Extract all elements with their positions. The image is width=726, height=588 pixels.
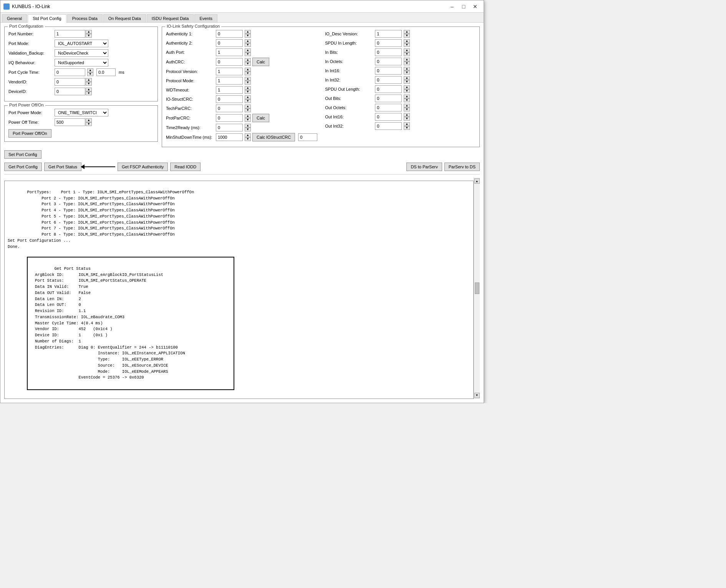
time2ready-down[interactable]: ▼ bbox=[245, 128, 251, 131]
io-desc-version-up[interactable]: ▲ bbox=[404, 30, 410, 34]
auth-crc-down[interactable]: ▼ bbox=[245, 62, 251, 66]
prot-par-crc-down[interactable]: ▼ bbox=[245, 118, 251, 122]
port-cycle-time-input[interactable] bbox=[55, 68, 85, 76]
port-number-down[interactable]: ▼ bbox=[86, 34, 92, 38]
tech-par-crc-up[interactable]: ▲ bbox=[245, 105, 251, 108]
time2ready-input[interactable] bbox=[216, 124, 243, 131]
spdu-in-length-down[interactable]: ▼ bbox=[404, 43, 410, 47]
tab-on-request-data[interactable]: On Request Data bbox=[103, 14, 146, 22]
out-bits-down[interactable]: ▼ bbox=[404, 98, 410, 102]
read-iodd-button[interactable]: Read IODD bbox=[170, 163, 201, 171]
in-int32-input[interactable] bbox=[375, 76, 402, 84]
set-port-config-button[interactable]: Set Port Config bbox=[4, 150, 41, 159]
authenticity2-down[interactable]: ▼ bbox=[245, 43, 251, 47]
tab-general[interactable]: General bbox=[2, 14, 27, 22]
io-struct-crc-up[interactable]: ▲ bbox=[245, 95, 251, 99]
in-int16-up[interactable]: ▲ bbox=[404, 67, 410, 71]
protocol-version-input[interactable] bbox=[216, 68, 243, 75]
auth-crc-up[interactable]: ▲ bbox=[245, 58, 251, 62]
protocol-mode-input[interactable] bbox=[216, 77, 243, 85]
authenticity2-input[interactable] bbox=[216, 39, 243, 47]
port-cycle-time-ms-input[interactable] bbox=[96, 68, 116, 76]
out-octets-down[interactable]: ▼ bbox=[404, 108, 410, 111]
power-off-time-input[interactable] bbox=[55, 118, 85, 126]
scroll-down-arrow[interactable]: ▼ bbox=[474, 393, 480, 398]
out-int16-down[interactable]: ▼ bbox=[404, 117, 410, 121]
auth-port-input[interactable] bbox=[216, 48, 243, 56]
out-octets-input[interactable] bbox=[375, 104, 402, 111]
in-int32-down[interactable]: ▼ bbox=[404, 80, 410, 84]
log-scrollbar[interactable]: ▲ ▼ bbox=[474, 178, 480, 399]
prot-par-crc-calc-button[interactable]: Calc bbox=[252, 114, 269, 122]
power-off-time-down[interactable]: ▼ bbox=[86, 122, 92, 126]
io-desc-version-down[interactable]: ▼ bbox=[404, 34, 410, 38]
minimize-button[interactable]: – bbox=[447, 2, 457, 11]
authenticity1-down[interactable]: ▼ bbox=[245, 34, 251, 38]
in-int16-input[interactable] bbox=[375, 67, 402, 75]
auth-port-down[interactable]: ▼ bbox=[245, 52, 251, 56]
port-power-mode-select[interactable]: ONE_TIME_SWITCI CONTINUOUS bbox=[55, 109, 108, 116]
port-cycle-time-down[interactable]: ▼ bbox=[87, 72, 93, 76]
in-bits-input[interactable] bbox=[375, 48, 402, 56]
wd-timeout-up[interactable]: ▲ bbox=[245, 86, 251, 90]
min-shutdown-input[interactable] bbox=[216, 133, 243, 141]
spdu-out-length-up[interactable]: ▲ bbox=[404, 85, 410, 89]
tab-process-data[interactable]: Process Data bbox=[67, 14, 103, 22]
out-int32-down[interactable]: ▼ bbox=[404, 126, 410, 130]
scroll-thumb[interactable] bbox=[475, 282, 479, 294]
spdu-in-length-up[interactable]: ▲ bbox=[404, 39, 410, 43]
protocol-version-up[interactable]: ▲ bbox=[245, 68, 251, 71]
wd-timeout-input[interactable] bbox=[216, 86, 243, 94]
auth-crc-input[interactable] bbox=[216, 58, 243, 66]
tech-par-crc-input[interactable] bbox=[216, 105, 243, 112]
port-mode-select[interactable]: IOL_AUTOSTART IOL_MANUAL DI DO DEACTIVAT… bbox=[55, 40, 108, 47]
protocol-mode-up[interactable]: ▲ bbox=[245, 77, 251, 81]
out-int16-input[interactable] bbox=[375, 113, 402, 121]
iq-behaviour-select[interactable]: NotSupported DI DO bbox=[55, 59, 108, 66]
in-int32-up[interactable]: ▲ bbox=[404, 76, 410, 80]
maximize-button[interactable]: □ bbox=[458, 2, 469, 11]
get-port-config-button[interactable]: Get Port Config bbox=[4, 163, 42, 171]
authenticity1-up[interactable]: ▲ bbox=[245, 30, 251, 34]
log-area[interactable]: PortTypes: Port 1 - Type: IOLM_SMI_ePort… bbox=[4, 181, 474, 399]
validation-backup-select[interactable]: NoDeviceCheck Compatible Identical bbox=[55, 49, 108, 57]
port-number-input[interactable] bbox=[55, 30, 85, 38]
spdu-out-length-input[interactable] bbox=[375, 85, 402, 93]
io-desc-version-input[interactable] bbox=[375, 30, 402, 38]
authenticity1-input[interactable] bbox=[216, 30, 243, 38]
port-power-off-on-button[interactable]: Port Power Off/On bbox=[8, 129, 51, 138]
authenticity2-up[interactable]: ▲ bbox=[245, 39, 251, 43]
time2ready-up[interactable]: ▲ bbox=[245, 124, 251, 128]
io-struct-crc-input[interactable] bbox=[216, 95, 243, 103]
out-bits-input[interactable] bbox=[375, 95, 402, 102]
spdu-in-length-input[interactable] bbox=[375, 39, 402, 47]
in-int16-down[interactable]: ▼ bbox=[404, 71, 410, 75]
calc-iostruct-button[interactable]: Calc IOStructCRC bbox=[252, 133, 295, 141]
prot-par-crc-input[interactable] bbox=[216, 114, 243, 122]
tech-par-crc-down[interactable]: ▼ bbox=[245, 108, 251, 112]
device-id-down[interactable]: ▼ bbox=[86, 91, 92, 95]
port-number-up[interactable]: ▲ bbox=[86, 30, 92, 34]
vendor-id-input[interactable] bbox=[55, 78, 85, 86]
ds-to-parserv-button[interactable]: DS to ParServ bbox=[406, 163, 442, 171]
out-octets-up[interactable]: ▲ bbox=[404, 104, 410, 108]
min-shutdown-up[interactable]: ▲ bbox=[245, 133, 251, 137]
out-bits-up[interactable]: ▲ bbox=[404, 95, 410, 98]
spdu-out-length-down[interactable]: ▼ bbox=[404, 89, 410, 93]
in-bits-down[interactable]: ▼ bbox=[404, 52, 410, 56]
power-off-time-up[interactable]: ▲ bbox=[86, 118, 92, 122]
out-int32-up[interactable]: ▲ bbox=[404, 122, 410, 126]
device-id-input[interactable] bbox=[55, 88, 85, 95]
device-id-up[interactable]: ▲ bbox=[86, 88, 92, 91]
auth-port-up[interactable]: ▲ bbox=[245, 48, 251, 52]
wd-timeout-down[interactable]: ▼ bbox=[245, 90, 251, 94]
min-shutdown-down[interactable]: ▼ bbox=[245, 137, 251, 141]
get-port-status-button[interactable]: Get Port Status bbox=[44, 163, 81, 171]
tab-std-port-config[interactable]: Std Port Config bbox=[28, 14, 66, 23]
in-octets-down[interactable]: ▼ bbox=[404, 61, 410, 65]
close-button[interactable]: ✕ bbox=[470, 2, 481, 11]
in-bits-up[interactable]: ▲ bbox=[404, 48, 410, 52]
protocol-version-down[interactable]: ▼ bbox=[245, 71, 251, 75]
auth-crc-calc-button[interactable]: Calc bbox=[252, 58, 269, 66]
parserv-to-ds-button[interactable]: ParServ to DS bbox=[444, 163, 480, 171]
